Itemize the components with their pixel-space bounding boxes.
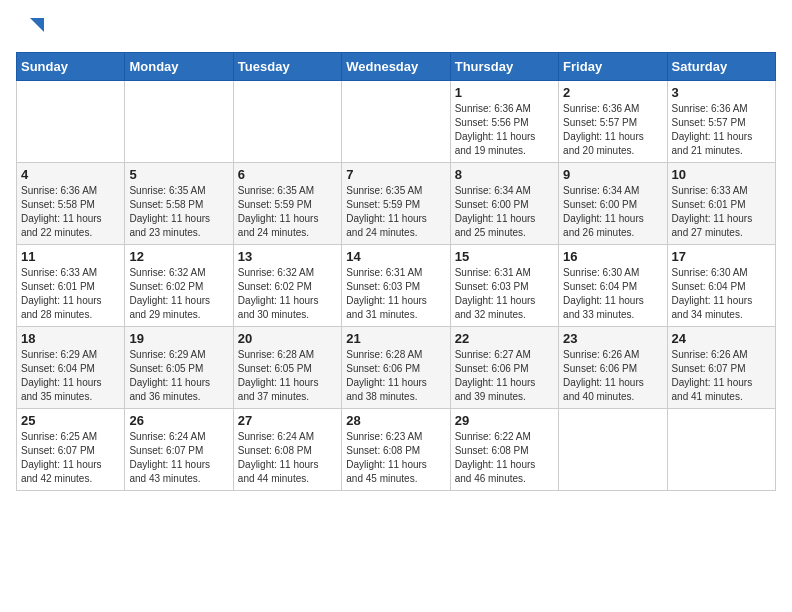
- day-cell: 4Sunrise: 6:36 AM Sunset: 5:58 PM Daylig…: [17, 163, 125, 245]
- day-number: 23: [563, 331, 662, 346]
- day-info: Sunrise: 6:28 AM Sunset: 6:06 PM Dayligh…: [346, 348, 445, 404]
- day-cell: 5Sunrise: 6:35 AM Sunset: 5:58 PM Daylig…: [125, 163, 233, 245]
- day-number: 17: [672, 249, 771, 264]
- day-number: 2: [563, 85, 662, 100]
- day-number: 25: [21, 413, 120, 428]
- day-number: 6: [238, 167, 337, 182]
- day-number: 21: [346, 331, 445, 346]
- page-header: [16, 16, 776, 44]
- day-number: 5: [129, 167, 228, 182]
- day-number: 7: [346, 167, 445, 182]
- day-cell: 8Sunrise: 6:34 AM Sunset: 6:00 PM Daylig…: [450, 163, 558, 245]
- weekday-header-monday: Monday: [125, 53, 233, 81]
- day-info: Sunrise: 6:22 AM Sunset: 6:08 PM Dayligh…: [455, 430, 554, 486]
- day-info: Sunrise: 6:31 AM Sunset: 6:03 PM Dayligh…: [455, 266, 554, 322]
- day-number: 29: [455, 413, 554, 428]
- day-cell: 29Sunrise: 6:22 AM Sunset: 6:08 PM Dayli…: [450, 409, 558, 491]
- day-number: 1: [455, 85, 554, 100]
- logo: [16, 16, 48, 44]
- calendar-table: SundayMondayTuesdayWednesdayThursdayFrid…: [16, 52, 776, 491]
- day-cell: 13Sunrise: 6:32 AM Sunset: 6:02 PM Dayli…: [233, 245, 341, 327]
- weekday-header-wednesday: Wednesday: [342, 53, 450, 81]
- day-cell: 15Sunrise: 6:31 AM Sunset: 6:03 PM Dayli…: [450, 245, 558, 327]
- day-info: Sunrise: 6:25 AM Sunset: 6:07 PM Dayligh…: [21, 430, 120, 486]
- day-cell: [559, 409, 667, 491]
- day-cell: 20Sunrise: 6:28 AM Sunset: 6:05 PM Dayli…: [233, 327, 341, 409]
- day-cell: 23Sunrise: 6:26 AM Sunset: 6:06 PM Dayli…: [559, 327, 667, 409]
- day-cell: 14Sunrise: 6:31 AM Sunset: 6:03 PM Dayli…: [342, 245, 450, 327]
- day-number: 15: [455, 249, 554, 264]
- weekday-row: SundayMondayTuesdayWednesdayThursdayFrid…: [17, 53, 776, 81]
- week-row-2: 4Sunrise: 6:36 AM Sunset: 5:58 PM Daylig…: [17, 163, 776, 245]
- day-number: 3: [672, 85, 771, 100]
- day-number: 11: [21, 249, 120, 264]
- logo-icon: [16, 16, 44, 44]
- day-cell: 26Sunrise: 6:24 AM Sunset: 6:07 PM Dayli…: [125, 409, 233, 491]
- day-info: Sunrise: 6:23 AM Sunset: 6:08 PM Dayligh…: [346, 430, 445, 486]
- day-info: Sunrise: 6:29 AM Sunset: 6:04 PM Dayligh…: [21, 348, 120, 404]
- day-cell: 27Sunrise: 6:24 AM Sunset: 6:08 PM Dayli…: [233, 409, 341, 491]
- day-info: Sunrise: 6:26 AM Sunset: 6:07 PM Dayligh…: [672, 348, 771, 404]
- svg-marker-0: [30, 18, 44, 32]
- weekday-header-saturday: Saturday: [667, 53, 775, 81]
- day-number: 18: [21, 331, 120, 346]
- day-number: 9: [563, 167, 662, 182]
- day-info: Sunrise: 6:27 AM Sunset: 6:06 PM Dayligh…: [455, 348, 554, 404]
- day-info: Sunrise: 6:24 AM Sunset: 6:08 PM Dayligh…: [238, 430, 337, 486]
- day-info: Sunrise: 6:29 AM Sunset: 6:05 PM Dayligh…: [129, 348, 228, 404]
- day-info: Sunrise: 6:36 AM Sunset: 5:57 PM Dayligh…: [672, 102, 771, 158]
- day-number: 4: [21, 167, 120, 182]
- day-cell: 24Sunrise: 6:26 AM Sunset: 6:07 PM Dayli…: [667, 327, 775, 409]
- day-cell: 12Sunrise: 6:32 AM Sunset: 6:02 PM Dayli…: [125, 245, 233, 327]
- day-number: 12: [129, 249, 228, 264]
- calendar-header: SundayMondayTuesdayWednesdayThursdayFrid…: [17, 53, 776, 81]
- day-number: 8: [455, 167, 554, 182]
- day-number: 16: [563, 249, 662, 264]
- day-cell: [17, 81, 125, 163]
- day-info: Sunrise: 6:31 AM Sunset: 6:03 PM Dayligh…: [346, 266, 445, 322]
- day-cell: 3Sunrise: 6:36 AM Sunset: 5:57 PM Daylig…: [667, 81, 775, 163]
- day-info: Sunrise: 6:36 AM Sunset: 5:57 PM Dayligh…: [563, 102, 662, 158]
- day-number: 13: [238, 249, 337, 264]
- day-number: 20: [238, 331, 337, 346]
- day-cell: 28Sunrise: 6:23 AM Sunset: 6:08 PM Dayli…: [342, 409, 450, 491]
- day-cell: 22Sunrise: 6:27 AM Sunset: 6:06 PM Dayli…: [450, 327, 558, 409]
- day-info: Sunrise: 6:26 AM Sunset: 6:06 PM Dayligh…: [563, 348, 662, 404]
- week-row-3: 11Sunrise: 6:33 AM Sunset: 6:01 PM Dayli…: [17, 245, 776, 327]
- day-info: Sunrise: 6:35 AM Sunset: 5:59 PM Dayligh…: [346, 184, 445, 240]
- day-number: 19: [129, 331, 228, 346]
- day-cell: 11Sunrise: 6:33 AM Sunset: 6:01 PM Dayli…: [17, 245, 125, 327]
- day-info: Sunrise: 6:24 AM Sunset: 6:07 PM Dayligh…: [129, 430, 228, 486]
- day-number: 10: [672, 167, 771, 182]
- day-number: 28: [346, 413, 445, 428]
- day-info: Sunrise: 6:34 AM Sunset: 6:00 PM Dayligh…: [455, 184, 554, 240]
- day-cell: 18Sunrise: 6:29 AM Sunset: 6:04 PM Dayli…: [17, 327, 125, 409]
- day-cell: 2Sunrise: 6:36 AM Sunset: 5:57 PM Daylig…: [559, 81, 667, 163]
- day-info: Sunrise: 6:35 AM Sunset: 5:59 PM Dayligh…: [238, 184, 337, 240]
- weekday-header-tuesday: Tuesday: [233, 53, 341, 81]
- day-cell: 17Sunrise: 6:30 AM Sunset: 6:04 PM Dayli…: [667, 245, 775, 327]
- week-row-1: 1Sunrise: 6:36 AM Sunset: 5:56 PM Daylig…: [17, 81, 776, 163]
- day-cell: 6Sunrise: 6:35 AM Sunset: 5:59 PM Daylig…: [233, 163, 341, 245]
- day-number: 22: [455, 331, 554, 346]
- day-info: Sunrise: 6:33 AM Sunset: 6:01 PM Dayligh…: [21, 266, 120, 322]
- day-cell: 1Sunrise: 6:36 AM Sunset: 5:56 PM Daylig…: [450, 81, 558, 163]
- day-cell: 9Sunrise: 6:34 AM Sunset: 6:00 PM Daylig…: [559, 163, 667, 245]
- day-number: 14: [346, 249, 445, 264]
- day-info: Sunrise: 6:32 AM Sunset: 6:02 PM Dayligh…: [238, 266, 337, 322]
- day-cell: [233, 81, 341, 163]
- day-cell: 19Sunrise: 6:29 AM Sunset: 6:05 PM Dayli…: [125, 327, 233, 409]
- day-cell: 25Sunrise: 6:25 AM Sunset: 6:07 PM Dayli…: [17, 409, 125, 491]
- calendar-body: 1Sunrise: 6:36 AM Sunset: 5:56 PM Daylig…: [17, 81, 776, 491]
- weekday-header-sunday: Sunday: [17, 53, 125, 81]
- day-info: Sunrise: 6:30 AM Sunset: 6:04 PM Dayligh…: [672, 266, 771, 322]
- day-info: Sunrise: 6:32 AM Sunset: 6:02 PM Dayligh…: [129, 266, 228, 322]
- day-info: Sunrise: 6:36 AM Sunset: 5:56 PM Dayligh…: [455, 102, 554, 158]
- day-cell: 10Sunrise: 6:33 AM Sunset: 6:01 PM Dayli…: [667, 163, 775, 245]
- day-number: 27: [238, 413, 337, 428]
- day-info: Sunrise: 6:34 AM Sunset: 6:00 PM Dayligh…: [563, 184, 662, 240]
- day-cell: [125, 81, 233, 163]
- day-cell: 21Sunrise: 6:28 AM Sunset: 6:06 PM Dayli…: [342, 327, 450, 409]
- day-cell: 16Sunrise: 6:30 AM Sunset: 6:04 PM Dayli…: [559, 245, 667, 327]
- day-info: Sunrise: 6:33 AM Sunset: 6:01 PM Dayligh…: [672, 184, 771, 240]
